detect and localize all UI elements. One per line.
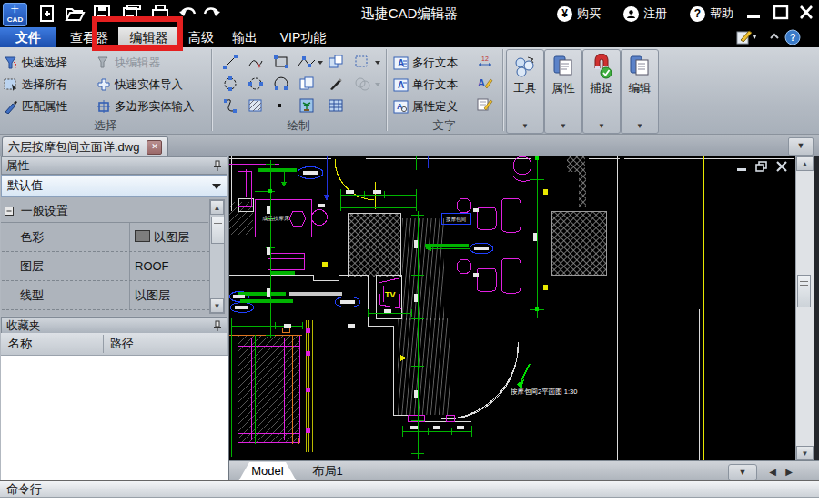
mdi-window-controls [735,161,788,172]
quick-select-button[interactable]: 快速选择 [4,53,67,73]
close-button[interactable] [796,4,818,24]
register-button[interactable]: 注册 [623,0,667,27]
buy-button[interactable]: ¥购买 [557,0,601,27]
property-grid-scrollbar[interactable]: ▲ ▼ [209,199,225,314]
scroll-down-icon[interactable]: ▼ [796,446,814,460]
region-button-disabled[interactable] [353,76,382,94]
print-button[interactable] [149,4,171,24]
tab-advanced[interactable]: 高级 [182,27,220,47]
insert-image-button[interactable] [298,97,317,116]
save-button[interactable] [91,4,113,24]
tv-label: TV [385,290,396,299]
insert-table-button[interactable] [328,97,346,116]
tab-file[interactable]: 文件 [0,27,56,47]
room-tag-label: 按摩包间 [446,217,466,223]
match-properties-button[interactable]: 匹配属性 [4,96,67,116]
scroll-up-icon[interactable]: ▲ [796,156,814,171]
cad-editor-window: 十CAD 迅捷CAD编辑器 ¥购买 注册 [0,0,819,504]
tab-layout1[interactable]: 布局1 [302,462,353,481]
help-button[interactable]: ?帮助 [690,0,733,27]
edit-panel-button[interactable]: 编辑▼ [621,49,659,134]
plan-title-label: 按摩包间2平面图 1:30 [511,388,577,396]
draw-gradient-button[interactable] [328,76,346,94]
layout-tab-dropdown-button[interactable]: ▼ [728,464,757,481]
quick-entity-import-button[interactable]: 快速实体导入 [96,75,183,95]
property-section-row[interactable]: 一般设置 [1,199,208,223]
maximize-button[interactable] [771,4,793,24]
property-row-layer[interactable]: 图层 ROOF [2,252,209,281]
collapse-minus-icon [5,207,14,216]
tools-panel-button[interactable]: 工具▼ [506,49,544,134]
scroll-right-icon[interactable]: ▶ [781,464,797,479]
scrollbar-thumb[interactable] [797,275,811,307]
property-preset-select[interactable]: 默认值 [1,175,228,197]
text-group-label: 文字 [386,118,502,134]
help-circle-button[interactable]: ? [784,29,801,47]
scroll-down-icon[interactable]: ▼ [210,298,224,313]
text-scale-button[interactable]: 12 [477,54,495,72]
attribute-define-button[interactable]: A 属性定义 [393,96,458,116]
pin-icon[interactable] [213,160,222,172]
window-right-edge [814,156,819,460]
tab-viewer[interactable]: 查看器 [64,27,115,47]
command-line-bar[interactable]: 命令行 [0,480,819,498]
draw-arc-button[interactable] [273,76,291,94]
snap-panel-button[interactable]: 捕捉▼ [582,49,621,134]
save-as-button[interactable] [121,4,143,24]
mdi-restore-icon[interactable] [755,161,768,172]
draw-circle2-button[interactable] [248,76,266,94]
polygon-entity-input-button[interactable]: 多边形实体输入 [96,96,195,116]
mdi-close-icon[interactable] [775,161,788,172]
favorites-panel-header: 收藏夹 [1,317,228,335]
properties-icon [551,54,576,81]
pin-icon[interactable] [213,320,222,332]
draw-hatch-button[interactable] [248,97,266,116]
copy-entity-button[interactable] [298,76,317,94]
select-all-button[interactable]: 选择所有 [4,75,67,95]
insert-block-button[interactable] [328,54,346,72]
draw-line-button[interactable] [222,54,240,72]
tab-output[interactable]: 输出 [226,27,264,47]
scroll-left-icon[interactable]: ◀ [764,464,781,479]
draw-polyline-button[interactable] [248,54,266,72]
collapse-ribbon-button[interactable] [767,31,782,49]
scrollbar-thumb[interactable] [211,217,225,244]
edit-icon [627,54,652,81]
cad-drawing-canvas[interactable]: 成品按摩床 按摩包间 TV 按摩包间2平面图 1:30 [229,156,795,460]
property-row-linetype[interactable]: 线型 以图层 [2,281,209,310]
annotate-pencil-button[interactable] [735,28,759,46]
favorites-column-header[interactable]: 名称 路径 [1,333,228,356]
command-input-area[interactable] [0,498,819,504]
favorites-list[interactable] [1,355,228,480]
draw-rectangle-button[interactable] [273,54,291,72]
draw-spline-button[interactable] [222,97,240,116]
tab-vip[interactable]: VIP功能 [271,27,335,47]
edit-attribute-button[interactable] [477,97,495,116]
mdi-minimize-icon[interactable] [735,161,748,172]
edit-text-button[interactable]: A [477,76,495,94]
document-tab-dropdown-button[interactable]: ▼ [788,137,814,156]
dtext-button[interactable]: A 单行文本 [393,75,458,95]
draw-circle-button[interactable] [222,76,240,94]
scroll-up-icon[interactable]: ▲ [210,200,224,215]
minimize-button[interactable] [744,7,766,27]
block-editor-button[interactable]: 块编辑器 [96,53,160,73]
app-logo-icon: 十CAD [3,3,27,26]
undo-button[interactable] [177,4,198,24]
new-file-button[interactable] [36,4,58,24]
redo-button[interactable] [201,4,223,24]
open-file-button[interactable] [64,4,86,24]
properties-panel-button[interactable]: 属性▼ [544,49,582,134]
document-tab-close-icon[interactable]: ✕ [147,140,162,155]
draw-boundary-button[interactable] [353,54,382,72]
tab-model[interactable]: Model [238,462,297,481]
mtext-button[interactable]: A 多行文本 [393,53,458,73]
canvas-vertical-scrollbar[interactable]: ▲ ▼ [795,156,814,460]
tab-editor[interactable]: 编辑器 [118,27,179,47]
funnel-icon [4,55,18,70]
draw-node-polyline-button[interactable] [297,54,324,72]
draw-point-button[interactable] [274,100,292,118]
document-tab[interactable]: 六层按摩包间立面详.dwg ✕ [2,136,168,156]
property-row-color[interactable]: 色彩 以图层 [2,223,209,252]
chevron-down-icon [212,184,221,194]
